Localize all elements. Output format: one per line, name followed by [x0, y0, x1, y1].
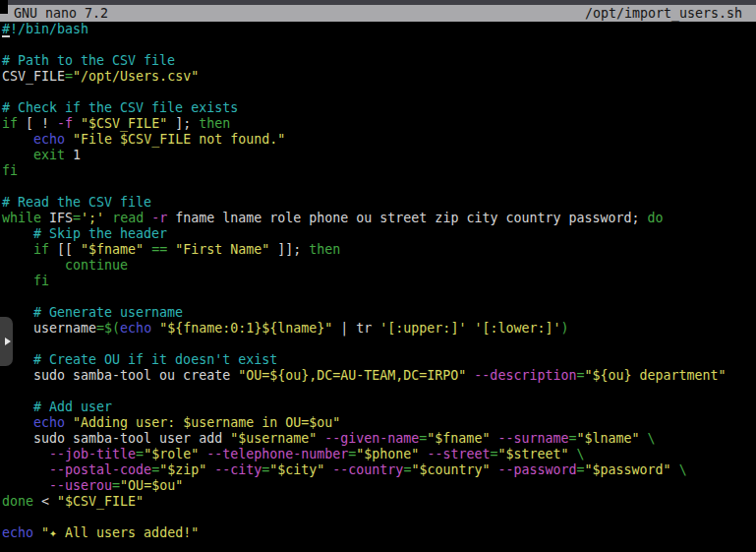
code-line: fi	[2, 163, 756, 179]
side-panel-handle[interactable]	[0, 317, 13, 366]
code-line: # Read the CSV file	[2, 195, 756, 211]
code-line: # Skip the header	[2, 226, 756, 242]
code-line: echo "Adding user: $username in OU=$ou"	[2, 415, 756, 431]
file-path: /opt/import_users.sh	[585, 6, 742, 22]
code-line: # Create OU if it doesn't exist	[2, 352, 756, 368]
code-line: while IFS=';' read -r fname lname role p…	[2, 211, 756, 226]
code-line: echo "File $CSV_FILE not found."	[2, 132, 756, 148]
nano-title-bar: GNU nano 7.2 /opt/import_users.sh	[0, 5, 756, 22]
code-line: continue	[2, 258, 756, 274]
code-line: echo "✦ All users added!"	[2, 525, 756, 541]
code-line	[2, 179, 756, 195]
code-line: username=$(echo "${fname:0:1}${lname}" |…	[2, 321, 756, 337]
code-line: # Check if the CSV file exists	[2, 100, 756, 116]
chevron-right-icon	[5, 337, 11, 345]
nano-version: GNU nano 7.2	[14, 6, 108, 22]
code-line: if [ ! -f "$CSV_FILE" ]; then	[2, 116, 756, 132]
corner-notch	[0, 0, 8, 14]
code-line	[2, 510, 756, 525]
code-line	[2, 384, 756, 399]
code-line: done < "$CSV_FILE"	[2, 494, 756, 510]
code-line	[2, 337, 756, 352]
code-line: fi	[2, 274, 756, 289]
terminal-window: GNU nano 7.2 /opt/import_users.sh #!/bin…	[0, 0, 756, 552]
editor-content[interactable]: #!/bin/bash# Path to the CSV fileCSV_FIL…	[2, 22, 756, 552]
code-line: --postal-code="$zip" --city="$city" --co…	[2, 462, 756, 478]
code-line: CSV_FILE="/opt/Users.csv"	[2, 69, 756, 85]
code-line: --job-title="$role" --telephone-number="…	[2, 447, 756, 462]
code-line: exit 1	[2, 148, 756, 163]
code-line	[2, 289, 756, 305]
code-line: --userou="OU=$ou"	[2, 478, 756, 494]
code-line	[2, 37, 756, 53]
code-line: #!/bin/bash	[2, 22, 756, 37]
code-line: if [[ "$fname" == "First Name" ]]; then	[2, 242, 756, 258]
code-line	[2, 85, 756, 100]
code-line: # Path to the CSV file	[2, 53, 756, 69]
code-line: # Add user	[2, 399, 756, 415]
code-line: # Generate username	[2, 305, 756, 321]
cursor: #	[2, 22, 10, 36]
code-line: sudo samba-tool user add "$username" --g…	[2, 431, 756, 447]
code-line: sudo samba-tool ou create "OU=${ou},DC=A…	[2, 368, 756, 384]
